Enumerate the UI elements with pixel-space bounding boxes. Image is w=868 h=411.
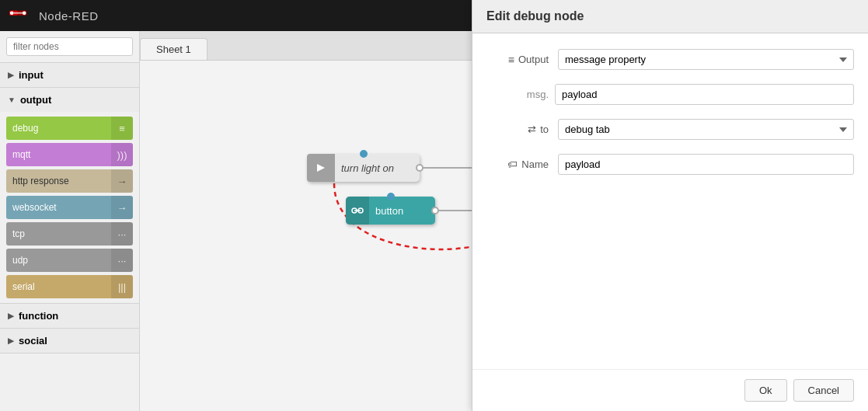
- sidebar-item-serial[interactable]: serial |||: [6, 275, 133, 298]
- node-label-udp: udp: [6, 255, 111, 266]
- arduino-icon-button: [346, 197, 369, 225]
- sidebar-category-header-function[interactable]: ▶ function: [0, 304, 139, 328]
- filter-input[interactable]: [6, 37, 133, 56]
- msg-prefix-label: msg.: [486, 89, 549, 100]
- tab-sheet1[interactable]: Sheet 1: [140, 38, 207, 60]
- dots-icon-udp: ···: [111, 249, 133, 272]
- sidebar-category-header-output[interactable]: ▼ output: [0, 88, 139, 112]
- dots-icon-tcp: ···: [111, 222, 133, 246]
- name-label: 🏷 Name: [486, 158, 549, 170]
- name-field-row: 🏷 Name: [486, 154, 854, 175]
- node-label-serial: serial: [6, 281, 111, 292]
- sidebar-category-label-social: social: [19, 335, 47, 347]
- chevron-down-icon: ▼: [8, 96, 16, 104]
- output-select[interactable]: message property complete msg object msg…: [558, 49, 854, 70]
- arrow-right-icon: →: [111, 169, 133, 193]
- sidebar-item-mqtt[interactable]: mqtt ))): [6, 143, 133, 166]
- svg-marker-7: [317, 164, 325, 172]
- msg-field-row: msg.: [486, 84, 854, 105]
- port-turn-light-right: [416, 164, 424, 172]
- bars-icon: |||: [111, 275, 133, 298]
- list-icon: ≡: [508, 54, 514, 66]
- shuffle-icon: ⇄: [528, 124, 536, 135]
- sidebar-item-debug[interactable]: debug ≡: [6, 117, 133, 140]
- port-button-right: [431, 207, 439, 214]
- sidebar-category-output: ▼ output debug ≡ mqtt ))) http response …: [0, 88, 139, 304]
- sidebar-category-header-input[interactable]: ▶ input: [0, 63, 139, 87]
- filter-input-wrap: [0, 31, 139, 63]
- sidebar-item-tcp[interactable]: tcp ···: [6, 222, 133, 246]
- name-input[interactable]: [558, 154, 854, 175]
- to-field-row: ⇄ to debug tab system console: [486, 119, 854, 140]
- turn-light-label: turn light on: [335, 162, 420, 174]
- app-title: Node-RED: [39, 9, 99, 23]
- to-select[interactable]: debug tab system console: [558, 119, 854, 140]
- output-field-row: ≡ Output message property complete msg o…: [486, 49, 854, 70]
- sidebar-category-input: ▶ input: [0, 63, 139, 88]
- node-label-debug: debug: [6, 123, 111, 134]
- main-layout: ▶ input ▼ output debug ≡ mqtt ))) h: [0, 31, 868, 411]
- ok-button[interactable]: Ok: [744, 379, 787, 402]
- sidebar-category-social: ▶ social: [0, 329, 139, 354]
- edit-panel: Edit debug node ≡ Output message propert…: [472, 0, 868, 411]
- sidebar-item-websocket[interactable]: websocket →: [6, 196, 133, 219]
- chevron-right-icon-soc: ▶: [8, 336, 14, 345]
- cancel-button[interactable]: Cancel: [793, 379, 854, 402]
- sidebar: ▶ input ▼ output debug ≡ mqtt ))) h: [0, 31, 140, 411]
- node-label-mqtt: mqtt: [6, 149, 111, 160]
- logo-svg: [9, 8, 34, 23]
- sidebar-category-function: ▶ function: [0, 304, 139, 329]
- sidebar-category-label-input: input: [19, 69, 44, 81]
- app-logo: Node-RED: [9, 8, 99, 23]
- edit-panel-title: Edit debug node: [486, 9, 584, 23]
- to-label: ⇄ to: [486, 124, 549, 135]
- edit-panel-body: ≡ Output message property complete msg o…: [472, 33, 868, 369]
- arrow-icon: [307, 154, 335, 182]
- port-turn-light-top: [360, 150, 368, 158]
- node-label-websocket: websocket: [6, 202, 111, 213]
- sidebar-category-label-function: function: [19, 310, 58, 322]
- sidebar-item-udp[interactable]: udp ···: [6, 249, 133, 272]
- tab-label-sheet1: Sheet 1: [156, 44, 191, 55]
- menu-icon: ≡: [111, 117, 133, 140]
- edit-panel-header: Edit debug node: [472, 0, 868, 33]
- edit-panel-footer: Ok Cancel: [472, 369, 868, 411]
- port-button-top: [387, 193, 395, 200]
- msg-value-input[interactable]: [555, 84, 854, 105]
- button-label: button: [369, 205, 435, 217]
- chevron-right-icon-fn: ▶: [8, 312, 14, 320]
- flow-node-button[interactable]: button: [346, 197, 435, 225]
- tag-icon: 🏷: [507, 158, 518, 170]
- msg-prefix-text: msg.: [527, 89, 549, 100]
- node-label-tcp: tcp: [6, 228, 111, 239]
- wave-icon: ))): [111, 143, 133, 166]
- output-label: ≡ Output: [486, 54, 549, 66]
- svg-point-2: [10, 11, 14, 15]
- wave-icon-ws: →: [111, 196, 133, 219]
- flow-node-turn-light[interactable]: turn light on: [307, 154, 420, 182]
- svg-point-3: [23, 11, 26, 15]
- sidebar-category-label-output: output: [20, 94, 51, 106]
- node-label-http-response: http response: [6, 176, 111, 186]
- chevron-right-icon: ▶: [8, 71, 14, 79]
- sidebar-nodes-output: debug ≡ mqtt ))) http response → websock…: [0, 112, 139, 303]
- sidebar-category-header-social[interactable]: ▶ social: [0, 329, 139, 353]
- sidebar-item-http-response[interactable]: http response →: [6, 169, 133, 193]
